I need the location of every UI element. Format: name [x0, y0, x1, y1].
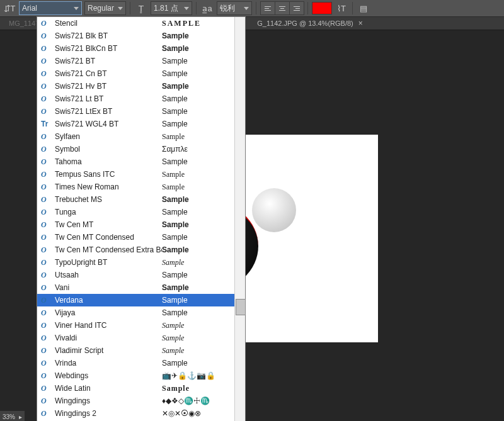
opentype-icon: O	[41, 132, 51, 141]
opentype-icon: O	[41, 384, 51, 393]
opentype-icon: O	[41, 258, 51, 267]
panel-toggle-icon[interactable]: ▤	[357, 1, 370, 15]
font-name: Tahoma	[55, 157, 162, 166]
font-preview: Sample	[162, 384, 190, 393]
font-option[interactable]: OWide LatinSample	[37, 382, 234, 395]
font-option[interactable]: OSymbolΣαμπλε	[37, 143, 234, 155]
font-option[interactable]: OTahomaSample	[37, 155, 234, 168]
antialias-select[interactable]: 锐利	[217, 1, 252, 15]
font-style-select[interactable]: Regular	[84, 1, 126, 15]
font-option[interactable]: OStencilSAMPLE	[37, 17, 234, 30]
font-option[interactable]: OSwis721 BlkCn BTSample	[37, 42, 234, 55]
font-family-value: Arial	[22, 4, 37, 13]
font-name: Symbol	[55, 145, 162, 154]
font-preview: Sample	[162, 107, 188, 116]
font-list[interactable]: OStencilSAMPLEOSwis721 Blk BTSampleOSwis…	[37, 17, 234, 421]
font-preview: Sample	[162, 157, 188, 166]
font-preview: Sample	[162, 346, 184, 356]
font-option[interactable]: OVivaldiSample	[37, 332, 234, 344]
font-name: Swis721 LtEx BT	[55, 107, 162, 116]
orientation-toggle-icon[interactable]: ⇵T	[3, 1, 16, 15]
font-name: Viner Hand ITC	[55, 321, 162, 330]
font-option[interactable]: OTypoUpright BTSample	[37, 256, 234, 269]
text-color-swatch[interactable]	[312, 2, 332, 14]
font-preview: Sample	[162, 57, 188, 65]
font-option[interactable]: OTempus Sans ITCSample	[37, 168, 234, 181]
font-option[interactable]: OSwis721 BTSample	[37, 55, 234, 67]
font-size-select[interactable]: 1.81 点	[151, 1, 192, 15]
zoom-level[interactable]: 33%	[3, 413, 15, 420]
warp-text-icon[interactable]: ⌇T	[335, 1, 348, 15]
antialias-value: 锐利	[220, 3, 235, 14]
chevron-right-icon[interactable]: ▸	[19, 413, 22, 420]
font-option[interactable]: OSylfaenSample	[37, 130, 234, 143]
font-name: Webdings	[55, 371, 162, 380]
opentype-icon: O	[41, 396, 51, 405]
font-preview: Sample	[162, 195, 189, 204]
font-name: Tw Cen MT	[55, 220, 162, 229]
font-option[interactable]: OUtsaahSample	[37, 269, 234, 281]
font-option[interactable]: OWebdings📺✈🔒⚓📷🔒	[37, 369, 234, 382]
font-name: Swis721 Hv BT	[55, 82, 162, 91]
font-option[interactable]: OTw Cen MTSample	[37, 218, 234, 231]
font-size-value: 1.81 点	[154, 3, 178, 14]
scrollbar-thumb[interactable]	[236, 299, 246, 315]
align-right-button[interactable]	[289, 1, 304, 15]
font-option[interactable]: OVladimir ScriptSample	[37, 344, 234, 357]
font-preview: Sample	[162, 132, 185, 142]
font-option[interactable]: OSwis721 Lt BTSample	[37, 93, 234, 105]
opentype-icon: O	[41, 31, 51, 40]
font-option[interactable]: OViner Hand ITCSample	[37, 319, 234, 332]
font-preview: Sample	[162, 44, 189, 53]
opentype-icon: O	[41, 94, 51, 103]
font-option[interactable]: OSwis721 Cn BTSample	[37, 67, 234, 80]
opentype-icon: O	[41, 208, 51, 216]
font-option[interactable]: OSwis721 LtEx BTSample	[37, 105, 234, 118]
font-option[interactable]: OWingdings♦◆❖◇♏☩♏	[37, 395, 234, 407]
opentype-icon: O	[41, 19, 51, 28]
text-options-toolbar: ⇵T Arial Regular T͇ 1.81 点 a̲a 锐利 ⌇T ▤	[0, 0, 504, 17]
opentype-icon: O	[41, 157, 51, 166]
chevron-down-icon	[244, 7, 249, 10]
align-left-button[interactable]	[260, 1, 275, 15]
separator	[307, 2, 308, 14]
font-family-select[interactable]: Arial	[19, 1, 82, 15]
align-center-button[interactable]	[275, 1, 290, 15]
font-name: Swis721 Blk BT	[55, 31, 162, 40]
font-option[interactable]: OVerdanaSample	[37, 294, 234, 306]
tab-label: G_1142.JPG @ 13.4%(RGB/8)	[257, 20, 353, 27]
font-option[interactable]: OTw Cen MT CondensedSample	[37, 231, 234, 244]
font-option[interactable]: OVrindaSample	[37, 357, 234, 369]
font-name: Trebuchet MS	[55, 195, 162, 204]
scrollbar[interactable]	[234, 17, 245, 421]
font-name: Wingdings 2	[55, 409, 162, 418]
font-option[interactable]: OTimes New RomanSample	[37, 181, 234, 193]
font-option[interactable]: OSwis721 Hv BTSample	[37, 80, 234, 93]
font-option[interactable]: OTrebuchet MSSample	[37, 193, 234, 206]
opentype-icon: O	[41, 195, 51, 204]
opentype-icon: O	[41, 82, 51, 91]
font-option[interactable]: OTw Cen MT Condensed Extra BoldSample	[37, 244, 234, 256]
font-preview: Sample	[162, 321, 184, 330]
font-name: Tempus Sans ITC	[55, 170, 162, 179]
font-option[interactable]: OVaniSample	[37, 281, 234, 294]
font-name: Utsaah	[55, 271, 162, 279]
font-option[interactable]: OVijayaSample	[37, 306, 234, 319]
font-name: Vijaya	[55, 308, 162, 317]
font-option[interactable]: OSwis721 Blk BTSample	[37, 30, 234, 42]
chevron-down-icon	[74, 7, 79, 10]
antialias-icon: a̲a	[200, 1, 214, 15]
font-option[interactable]: TrSwis721 WGL4 BTSample	[37, 118, 234, 130]
opentype-icon: O	[41, 271, 51, 279]
font-name: Swis721 BlkCn BT	[55, 44, 162, 53]
font-name: Wingdings	[55, 396, 162, 405]
font-preview: Sample	[162, 334, 184, 343]
document-tab[interactable]: G_1142.JPG @ 13.4%(RGB/8) ×	[252, 17, 367, 30]
font-preview: Sample	[162, 31, 189, 40]
font-option[interactable]: OWingdings 2✕◎✕⦿◉⊗	[37, 407, 234, 420]
close-icon[interactable]: ×	[358, 19, 363, 28]
font-preview: Sample	[162, 296, 188, 305]
opentype-icon: O	[41, 69, 51, 78]
font-option[interactable]: OTungaSample	[37, 206, 234, 218]
opentype-icon: O	[41, 321, 51, 330]
